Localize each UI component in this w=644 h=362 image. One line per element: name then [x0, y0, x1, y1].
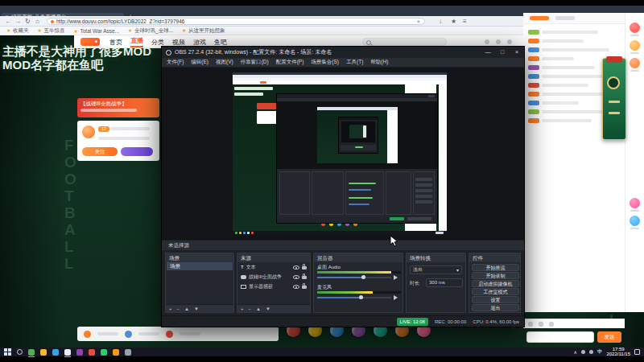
refresh-icon[interactable]: ↻: [25, 18, 31, 25]
visibility-eye-icon[interactable]: [293, 275, 299, 279]
bookmark-star-icon[interactable]: ★: [416, 19, 421, 24]
room-tool-icon[interactable]: [166, 331, 173, 338]
streamer-avatar[interactable]: [82, 125, 95, 138]
bookmark-item[interactable]: 收藏夹: [6, 27, 29, 35]
remove-source-icon[interactable]: −: [249, 306, 252, 311]
menu-docks[interactable]: 停靠窗口(D): [241, 59, 269, 66]
taskbar-search-icon[interactable]: [17, 349, 23, 355]
nav-item-yuba[interactable]: 鱼吧: [214, 38, 227, 47]
nav-item-home[interactable]: 首页: [109, 38, 122, 47]
bookmark-item[interactable]: 从这里开始想象: [182, 27, 225, 35]
remove-scene-icon[interactable]: −: [177, 306, 180, 311]
obs-close-button[interactable]: ×: [510, 47, 524, 58]
chat-input[interactable]: [526, 331, 594, 343]
taskbar-app-icon[interactable]: [101, 349, 107, 356]
menu-file[interactable]: 文件(F): [167, 59, 184, 66]
nav-item-category[interactable]: 分类: [151, 38, 164, 47]
menu-help[interactable]: 帮助(H): [370, 59, 388, 66]
start-streaming-button[interactable]: 开始推流: [472, 264, 519, 271]
room-tool-icon[interactable]: [84, 331, 91, 338]
douyu-logo[interactable]: [80, 38, 100, 46]
obs-minimize-button[interactable]: —: [481, 47, 495, 58]
bookmark-item[interactable]: 五牛惊喜: [38, 27, 65, 35]
chat-tool-icon[interactable]: [549, 322, 554, 327]
rail-icon[interactable]: [630, 40, 640, 51]
send-button[interactable]: 发送: [597, 331, 621, 343]
lock-icon[interactable]: [302, 266, 307, 269]
speaker-icon[interactable]: [394, 275, 398, 280]
volume-icon[interactable]: [589, 350, 593, 354]
visibility-eye-icon[interactable]: [293, 265, 299, 269]
notification-icon[interactable]: [634, 349, 640, 355]
menu-profile[interactable]: 配置文件(P): [276, 59, 304, 66]
network-icon[interactable]: [581, 350, 585, 354]
header-icon[interactable]: [485, 39, 489, 44]
anniversary-banner[interactable]: [602, 58, 626, 140]
header-icon[interactable]: [496, 39, 501, 44]
duration-input[interactable]: 300 ms: [426, 278, 463, 287]
taskbar-app-icon[interactable]: [125, 349, 131, 356]
source-up-icon[interactable]: ▲: [256, 306, 261, 311]
volume-slider[interactable]: [317, 274, 391, 280]
speaker-icon[interactable]: [394, 295, 398, 300]
site-search-box[interactable]: [362, 38, 447, 46]
download-icon[interactable]: ↓: [439, 18, 442, 25]
rail-icon[interactable]: [630, 198, 640, 208]
taskbar-clock[interactable]: 17:59 2022/11/15: [606, 348, 630, 356]
source-item-game[interactable]: 战锤III全面战争: [238, 273, 309, 281]
menu-edit[interactable]: 编辑(E): [191, 59, 208, 66]
bookmark-item[interactable]: Total War Asse...: [74, 28, 120, 34]
exit-button[interactable]: 退出: [472, 304, 519, 311]
taskbar-app-obs[interactable]: [64, 349, 71, 356]
studio-mode-button[interactable]: 工作室模式: [472, 288, 519, 295]
nav-item-game[interactable]: 游戏: [193, 38, 206, 47]
taskbar-app-browser[interactable]: [28, 349, 35, 356]
tray-expand-icon[interactable]: ∧: [574, 350, 577, 355]
transition-select[interactable]: 淡出 ▾: [410, 265, 462, 274]
chat-tab-bar[interactable]: [555, 16, 575, 20]
chat-tab-active-bar[interactable]: [530, 16, 549, 20]
lock-icon[interactable]: [302, 286, 307, 289]
obs-maximize-button[interactable]: □: [495, 47, 510, 58]
back-icon[interactable]: ←: [5, 18, 11, 25]
rail-icon[interactable]: [630, 23, 640, 33]
volume-slider[interactable]: [317, 294, 391, 300]
taskbar-app-icon[interactable]: [76, 349, 83, 356]
add-source-icon[interactable]: +: [241, 306, 244, 311]
room-tool-icon[interactable]: [125, 331, 132, 338]
menu-scene-collection[interactable]: 场景集合(S): [311, 59, 339, 66]
start-button[interactable]: [4, 348, 11, 356]
obs-preview-canvas[interactable]: [162, 68, 524, 240]
follow-button[interactable]: 关注: [82, 147, 118, 156]
chat-tool-icon[interactable]: [539, 322, 543, 327]
favorites-icon[interactable]: ★: [451, 18, 456, 25]
scene-item[interactable]: 场景: [167, 262, 233, 270]
menu-view[interactable]: 视图(V): [216, 59, 233, 66]
add-scene-icon[interactable]: +: [169, 306, 172, 311]
nav-item-video[interactable]: 视频: [172, 38, 185, 47]
menu-tools[interactable]: 工具(T): [346, 59, 363, 66]
lock-icon[interactable]: [302, 276, 307, 279]
rail-icon[interactable]: [630, 216, 640, 226]
source-item-text[interactable]: T 文本: [238, 263, 309, 271]
bookmark-item[interactable]: 全球时讯_全球...: [128, 27, 173, 35]
taskbar-app-icon[interactable]: [113, 349, 119, 356]
source-item-display[interactable]: 显示器捕获: [238, 282, 309, 290]
taskbar-app-icon[interactable]: [89, 349, 95, 356]
source-down-icon[interactable]: ▼: [266, 306, 270, 311]
taskbar-app-explorer[interactable]: [40, 349, 47, 356]
ime-indicator[interactable]: 中: [597, 348, 603, 356]
rail-icon[interactable]: [630, 58, 640, 68]
scene-up-icon[interactable]: ▲: [184, 306, 189, 311]
start-recording-button[interactable]: 开始录制: [472, 272, 519, 279]
visibility-eye-icon[interactable]: [293, 285, 299, 289]
home-icon[interactable]: ⌂: [35, 18, 39, 25]
chat-tool-icon[interactable]: [528, 322, 533, 327]
noble-button[interactable]: [121, 147, 153, 156]
settings-button[interactable]: 设置: [472, 296, 519, 303]
virtual-camera-button[interactable]: 启动虚拟摄像机: [472, 280, 519, 287]
scene-down-icon[interactable]: ▼: [194, 306, 199, 311]
forward-icon[interactable]: →: [14, 18, 21, 25]
event-banner-warhammer[interactable]: 【战锤III全面战争】: [77, 98, 159, 117]
taskbar-app-icon[interactable]: [52, 349, 59, 356]
